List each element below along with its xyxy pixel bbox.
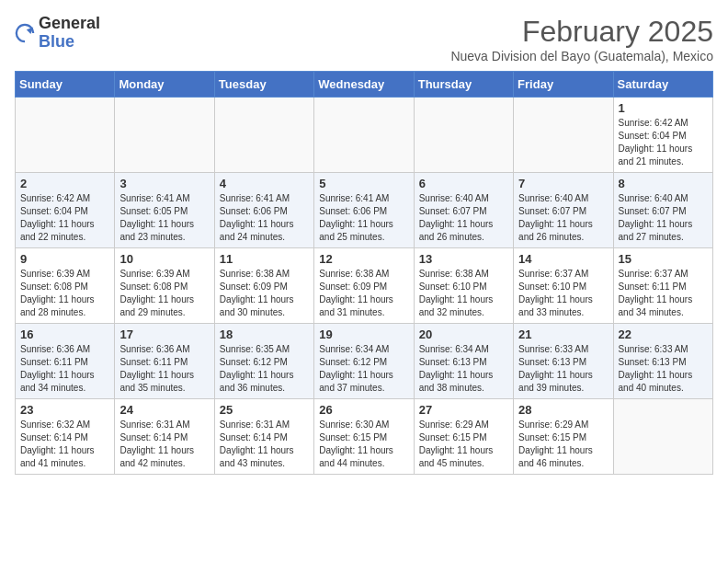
calendar-cell	[613, 399, 712, 475]
day-info: Sunrise: 6:39 AM Sunset: 6:08 PM Dayligh…	[20, 268, 109, 319]
day-of-week-header: Tuesday	[214, 72, 313, 98]
day-number: 23	[20, 403, 109, 417]
calendar-cell: 21Sunrise: 6:33 AM Sunset: 6:13 PM Dayli…	[514, 324, 613, 399]
day-number: 25	[220, 403, 309, 417]
calendar-cell	[314, 98, 414, 173]
calendar-cell: 10Sunrise: 6:39 AM Sunset: 6:08 PM Dayli…	[115, 248, 214, 324]
day-info: Sunrise: 6:41 AM Sunset: 6:06 PM Dayligh…	[319, 192, 408, 244]
calendar-cell: 14Sunrise: 6:37 AM Sunset: 6:10 PM Dayli…	[514, 248, 613, 324]
day-number: 10	[119, 252, 209, 266]
day-number: 26	[319, 403, 408, 417]
calendar-cell: 17Sunrise: 6:36 AM Sunset: 6:11 PM Dayli…	[115, 324, 214, 399]
day-of-week-header: Sunday	[16, 72, 115, 98]
day-number: 17	[119, 327, 209, 341]
day-number: 13	[419, 252, 508, 266]
day-of-week-header: Thursday	[414, 72, 513, 98]
day-number: 22	[619, 327, 708, 341]
calendar-week-row: 9Sunrise: 6:39 AM Sunset: 6:08 PM Daylig…	[16, 248, 713, 324]
day-info: Sunrise: 6:39 AM Sunset: 6:08 PM Dayligh…	[119, 268, 209, 319]
calendar-week-row: 1Sunrise: 6:42 AM Sunset: 6:04 PM Daylig…	[16, 98, 713, 173]
calendar-cell: 20Sunrise: 6:34 AM Sunset: 6:13 PM Dayli…	[414, 324, 513, 399]
day-info: Sunrise: 6:40 AM Sunset: 6:07 PM Dayligh…	[518, 192, 608, 244]
calendar-cell: 16Sunrise: 6:36 AM Sunset: 6:11 PM Dayli…	[16, 324, 115, 399]
day-info: Sunrise: 6:35 AM Sunset: 6:12 PM Dayligh…	[220, 343, 309, 395]
calendar-week-row: 23Sunrise: 6:32 AM Sunset: 6:14 PM Dayli…	[16, 399, 713, 475]
calendar-cell	[514, 98, 613, 173]
calendar-cell	[214, 98, 313, 173]
calendar-cell	[16, 98, 115, 173]
day-number: 4	[220, 177, 309, 190]
day-of-week-header: Monday	[115, 72, 214, 98]
calendar-cell: 7Sunrise: 6:40 AM Sunset: 6:07 PM Daylig…	[514, 173, 613, 248]
calendar: SundayMondayTuesdayWednesdayThursdayFrid…	[15, 71, 713, 475]
day-info: Sunrise: 6:38 AM Sunset: 6:09 PM Dayligh…	[319, 268, 408, 319]
calendar-cell: 26Sunrise: 6:30 AM Sunset: 6:15 PM Dayli…	[314, 399, 414, 475]
calendar-cell: 6Sunrise: 6:40 AM Sunset: 6:07 PM Daylig…	[414, 173, 513, 248]
day-info: Sunrise: 6:33 AM Sunset: 6:13 PM Dayligh…	[619, 343, 708, 395]
calendar-cell: 4Sunrise: 6:41 AM Sunset: 6:06 PM Daylig…	[214, 173, 313, 248]
calendar-cell: 5Sunrise: 6:41 AM Sunset: 6:06 PM Daylig…	[314, 173, 414, 248]
day-number: 19	[319, 327, 408, 341]
day-info: Sunrise: 6:36 AM Sunset: 6:11 PM Dayligh…	[119, 343, 209, 395]
day-number: 21	[518, 327, 608, 341]
calendar-cell: 19Sunrise: 6:34 AM Sunset: 6:12 PM Dayli…	[314, 324, 414, 399]
day-info: Sunrise: 6:42 AM Sunset: 6:04 PM Dayligh…	[20, 192, 109, 244]
day-number: 2	[20, 177, 109, 190]
calendar-cell: 24Sunrise: 6:31 AM Sunset: 6:14 PM Dayli…	[115, 399, 214, 475]
calendar-cell: 8Sunrise: 6:40 AM Sunset: 6:07 PM Daylig…	[613, 173, 712, 248]
day-number: 8	[619, 177, 708, 190]
day-number: 1	[619, 101, 708, 115]
logo-icon	[15, 23, 35, 43]
calendar-cell	[414, 98, 513, 173]
day-info: Sunrise: 6:41 AM Sunset: 6:05 PM Dayligh…	[119, 192, 209, 244]
calendar-cell	[115, 98, 214, 173]
day-info: Sunrise: 6:36 AM Sunset: 6:11 PM Dayligh…	[20, 343, 109, 395]
days-of-week-row: SundayMondayTuesdayWednesdayThursdayFrid…	[16, 72, 713, 98]
day-info: Sunrise: 6:29 AM Sunset: 6:15 PM Dayligh…	[518, 419, 608, 470]
day-info: Sunrise: 6:29 AM Sunset: 6:15 PM Dayligh…	[419, 419, 508, 470]
month-year: February 2025	[450, 15, 713, 49]
day-number: 28	[518, 403, 608, 417]
day-number: 7	[518, 177, 608, 190]
day-of-week-header: Saturday	[613, 72, 712, 98]
calendar-cell: 1Sunrise: 6:42 AM Sunset: 6:04 PM Daylig…	[613, 98, 712, 173]
calendar-header: SundayMondayTuesdayWednesdayThursdayFrid…	[16, 72, 713, 98]
calendar-cell: 11Sunrise: 6:38 AM Sunset: 6:09 PM Dayli…	[214, 248, 313, 324]
calendar-week-row: 16Sunrise: 6:36 AM Sunset: 6:11 PM Dayli…	[16, 324, 713, 399]
day-number: 9	[20, 252, 109, 266]
calendar-body: 1Sunrise: 6:42 AM Sunset: 6:04 PM Daylig…	[16, 98, 713, 475]
day-of-week-header: Friday	[514, 72, 613, 98]
day-number: 3	[119, 177, 209, 190]
calendar-cell: 3Sunrise: 6:41 AM Sunset: 6:05 PM Daylig…	[115, 173, 214, 248]
day-info: Sunrise: 6:41 AM Sunset: 6:06 PM Dayligh…	[220, 192, 309, 244]
day-info: Sunrise: 6:37 AM Sunset: 6:10 PM Dayligh…	[518, 268, 608, 319]
calendar-cell: 12Sunrise: 6:38 AM Sunset: 6:09 PM Dayli…	[314, 248, 414, 324]
calendar-cell: 18Sunrise: 6:35 AM Sunset: 6:12 PM Dayli…	[214, 324, 313, 399]
day-number: 5	[319, 177, 408, 190]
day-number: 18	[220, 327, 309, 341]
day-number: 20	[419, 327, 508, 341]
day-number: 16	[20, 327, 109, 341]
calendar-cell: 28Sunrise: 6:29 AM Sunset: 6:15 PM Dayli…	[514, 399, 613, 475]
day-number: 24	[119, 403, 209, 417]
day-info: Sunrise: 6:31 AM Sunset: 6:14 PM Dayligh…	[220, 419, 309, 470]
day-info: Sunrise: 6:34 AM Sunset: 6:12 PM Dayligh…	[319, 343, 408, 395]
day-number: 12	[319, 252, 408, 266]
day-info: Sunrise: 6:31 AM Sunset: 6:14 PM Dayligh…	[119, 419, 209, 470]
day-number: 27	[419, 403, 508, 417]
day-of-week-header: Wednesday	[314, 72, 414, 98]
header: General Blue February 2025 Nueva Divisio…	[15, 15, 713, 63]
day-info: Sunrise: 6:32 AM Sunset: 6:14 PM Dayligh…	[20, 419, 109, 470]
day-info: Sunrise: 6:30 AM Sunset: 6:15 PM Dayligh…	[319, 419, 408, 470]
logo-blue-text: Blue	[39, 32, 74, 51]
calendar-cell: 25Sunrise: 6:31 AM Sunset: 6:14 PM Dayli…	[214, 399, 313, 475]
calendar-cell: 13Sunrise: 6:38 AM Sunset: 6:10 PM Dayli…	[414, 248, 513, 324]
day-info: Sunrise: 6:38 AM Sunset: 6:10 PM Dayligh…	[419, 268, 508, 319]
calendar-cell: 15Sunrise: 6:37 AM Sunset: 6:11 PM Dayli…	[613, 248, 712, 324]
day-info: Sunrise: 6:34 AM Sunset: 6:13 PM Dayligh…	[419, 343, 508, 395]
day-info: Sunrise: 6:38 AM Sunset: 6:09 PM Dayligh…	[220, 268, 309, 319]
day-number: 11	[220, 252, 309, 266]
day-info: Sunrise: 6:40 AM Sunset: 6:07 PM Dayligh…	[619, 192, 708, 244]
calendar-cell: 27Sunrise: 6:29 AM Sunset: 6:15 PM Dayli…	[414, 399, 513, 475]
day-info: Sunrise: 6:33 AM Sunset: 6:13 PM Dayligh…	[518, 343, 608, 395]
